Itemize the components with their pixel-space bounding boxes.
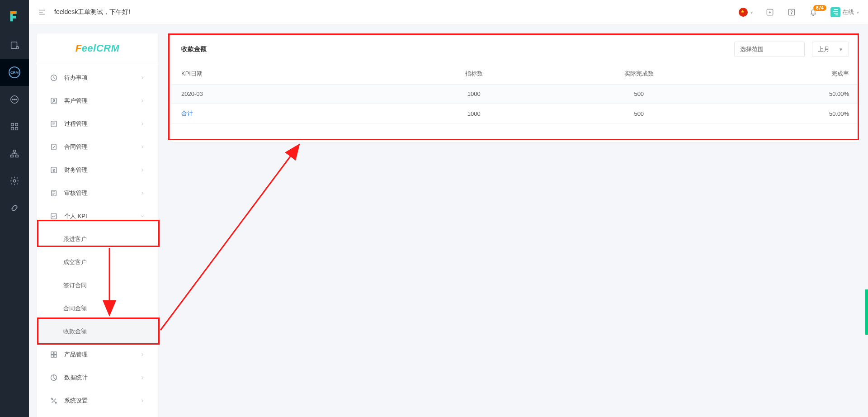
cell-actual: 500	[557, 104, 722, 124]
language-switch[interactable]: ▾	[739, 8, 753, 17]
chevron-right-icon	[140, 121, 145, 127]
svg-rect-28	[54, 355, 57, 357]
cell-target: 1000	[392, 85, 557, 104]
panel-title: 收款金额	[181, 45, 207, 53]
period-value: 上月	[818, 45, 830, 53]
kpi-sub-sign[interactable]: 签订合同	[37, 274, 158, 297]
brand-crm: CRM	[96, 43, 120, 54]
rail-item-link[interactable]	[0, 194, 29, 222]
th-target: 指标数	[392, 63, 557, 85]
rail-item-org[interactable]	[0, 140, 29, 167]
svg-rect-8	[11, 128, 14, 130]
rail-item-crm[interactable]: CRM	[0, 59, 29, 86]
brand-letter-f: F	[75, 43, 82, 54]
secondary-sidebar: FeelCRM 待办事项 客户管理 过程管理 合同管理	[37, 33, 158, 417]
chevron-down-icon: ▾	[857, 10, 859, 15]
clock-icon	[50, 74, 58, 82]
menu-collapse-icon[interactable]	[38, 8, 46, 16]
period-select[interactable]: 上月 ▼	[812, 42, 849, 57]
range-select[interactable]: 选择范围	[734, 42, 805, 57]
topbar: feeldesk工单测试，下午好! ▾ 674 在线 ▾	[29, 0, 868, 24]
sidebar-label: 数据统计	[64, 374, 88, 382]
tools-icon	[50, 397, 58, 405]
online-status[interactable]: 在线 ▾	[830, 7, 859, 17]
scroll-indicator	[865, 289, 868, 335]
file-check-icon	[50, 143, 58, 151]
svg-point-19	[53, 99, 54, 100]
th-rate: 完成率	[722, 63, 859, 85]
sidebar-brand: FeelCRM	[37, 33, 158, 63]
rail-item-settings[interactable]	[0, 167, 29, 194]
chevron-right-icon	[140, 75, 145, 81]
topbar-notifications[interactable]: 674	[809, 8, 818, 17]
cell-actual: 500	[557, 85, 722, 104]
topbar-help[interactable]	[787, 8, 796, 17]
sidebar-item-settings[interactable]: 系统设置	[37, 389, 158, 412]
chevron-right-icon	[140, 398, 145, 403]
grid-icon	[50, 351, 58, 359]
table-row: 2020-03 1000 500 50.00%	[171, 85, 859, 104]
cell-total-label[interactable]: 合计	[171, 104, 392, 124]
sidebar-item-todo[interactable]: 待办事项	[37, 66, 158, 89]
sidebar-item-customer[interactable]: 客户管理	[37, 89, 158, 112]
rail-item-ticket[interactable]	[0, 32, 29, 59]
status-label: 在线	[842, 8, 854, 16]
stage: FeelCRM 待办事项 客户管理 过程管理 合同管理	[29, 24, 868, 417]
kpi-sub-deal[interactable]: 成交客户	[37, 251, 158, 274]
sidebar-menu: 待办事项 客户管理 过程管理 合同管理 财务管理	[37, 63, 158, 417]
topbar-add[interactable]	[765, 8, 774, 17]
kpi-sub-followup[interactable]: 跟进客户	[37, 227, 158, 251]
chevron-down-icon	[140, 213, 145, 219]
svg-point-13	[13, 180, 16, 182]
sidebar-item-recycle[interactable]: 回收站	[37, 412, 158, 417]
submenu-label: 跟进客户	[63, 235, 87, 243]
sidebar-item-product[interactable]: 产品管理	[37, 343, 158, 366]
kpi-sub-receipt[interactable]: 收款金额	[37, 320, 158, 343]
svg-point-5	[16, 99, 17, 100]
panel-header: 收款金额 选择范围 上月 ▼	[171, 33, 859, 63]
sidebar-item-contract[interactable]: 合同管理	[37, 135, 158, 158]
chevron-down-icon: ▼	[839, 47, 843, 52]
cell-target: 1000	[392, 104, 557, 124]
sidebar-item-audit[interactable]: 审核管理	[37, 181, 158, 204]
sidebar-label: 财务管理	[64, 166, 88, 174]
chevron-right-icon	[140, 352, 145, 357]
flag-cn-icon	[739, 8, 748, 17]
svg-point-1	[16, 47, 19, 49]
sidebar-item-kpi[interactable]: 个人 KPI	[37, 204, 158, 227]
submenu-label: 成交客户	[63, 258, 87, 266]
sidebar-label: 待办事项	[64, 74, 88, 82]
svg-rect-12	[16, 155, 19, 157]
notification-badge: 674	[813, 5, 826, 11]
sidebar-label: 审核管理	[64, 189, 88, 197]
th-actual: 实际完成数	[557, 63, 722, 85]
sidebar-label: 产品管理	[64, 351, 88, 359]
sidebar-item-stats[interactable]: 数据统计	[37, 366, 158, 389]
rail-item-chat[interactable]	[0, 86, 29, 113]
th-date: KPI日期	[171, 63, 392, 85]
app-logo	[7, 9, 22, 24]
table-row-total: 合计 1000 500 50.00%	[171, 104, 859, 124]
svg-rect-11	[11, 155, 14, 157]
svg-rect-27	[51, 355, 53, 357]
pie-icon	[50, 374, 58, 382]
sidebar-label: 系统设置	[64, 397, 88, 405]
money-icon	[50, 166, 58, 174]
sidebar-label: 合同管理	[64, 143, 88, 151]
sidebar-item-finance[interactable]: 财务管理	[37, 158, 158, 181]
users-icon	[50, 97, 58, 105]
chevron-right-icon	[140, 98, 145, 104]
audit-icon	[50, 189, 58, 197]
submenu-label: 签订合同	[63, 281, 87, 289]
sidebar-item-process[interactable]: 过程管理	[37, 112, 158, 135]
rail-item-apps[interactable]	[0, 113, 29, 140]
content-panel: 收款金额 选择范围 上月 ▼ KPI日期 指标数 实际完成数 完成率	[171, 33, 859, 142]
svg-rect-26	[54, 352, 57, 354]
kpi-sub-amount[interactable]: 合同金额	[37, 297, 158, 320]
svg-rect-25	[51, 352, 53, 354]
svg-rect-6	[11, 123, 14, 126]
chart-icon	[50, 212, 58, 220]
greeting-text: feeldesk工单测试，下午好!	[54, 8, 130, 16]
cell-rate: 50.00%	[722, 85, 859, 104]
chevron-down-icon: ▾	[750, 10, 753, 15]
